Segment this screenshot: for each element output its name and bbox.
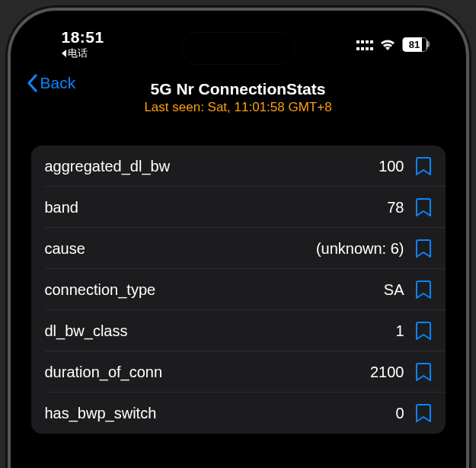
list-item: dl_bw_class 1	[31, 310, 446, 351]
list-item: duration_of_conn 2100	[31, 351, 446, 393]
page-title: 5G Nr ConnectionStats	[151, 80, 326, 98]
wifi-icon	[379, 38, 396, 50]
back-button[interactable]: Back	[27, 74, 76, 92]
stat-label: aggregated_dl_bw	[45, 158, 379, 175]
bookmark-icon[interactable]	[415, 362, 432, 382]
chevron-left-icon	[27, 74, 37, 92]
stat-value: SA	[384, 281, 404, 299]
bookmark-icon[interactable]	[415, 197, 432, 217]
stat-label: connection_type	[45, 281, 384, 299]
clock-time: 18:51	[62, 28, 104, 46]
battery-text: 81	[403, 39, 426, 50]
bookmark-icon[interactable]	[415, 280, 432, 300]
stat-value: 2100	[370, 364, 404, 381]
nav-bar: Back 5G Nr ConnectionStats Last seen: Sa…	[18, 71, 459, 124]
device-frame: 18:51 电话 81	[8, 8, 469, 468]
back-label: Back	[40, 74, 76, 92]
stat-label: dl_bw_class	[45, 322, 396, 340]
status-left: 18:51 电话	[62, 28, 104, 60]
stat-value: (unknown: 6)	[316, 240, 404, 258]
battery-icon: 81	[402, 37, 427, 52]
list-item: band 78	[31, 187, 446, 228]
page-subtitle: Last seen: Sat, 11:01:58 GMT+8	[144, 100, 331, 115]
dynamic-island	[181, 32, 296, 65]
bookmark-icon[interactable]	[415, 321, 432, 341]
list-item: connection_type SA	[31, 269, 446, 310]
stat-label: cause	[45, 240, 316, 258]
stat-label: band	[45, 199, 388, 216]
callback-label: 电话	[68, 46, 88, 60]
stat-label: has_bwp_switch	[45, 405, 396, 422]
cellular-signal-icon	[356, 38, 373, 50]
caret-left-icon	[62, 50, 66, 57]
callback-phone[interactable]: 电话	[62, 46, 88, 60]
list-item: cause (unknown: 6)	[31, 228, 446, 269]
stat-value: 100	[379, 158, 404, 175]
bookmark-icon[interactable]	[415, 156, 432, 176]
stat-value: 1	[395, 322, 404, 340]
screen: 18:51 电话 81	[18, 18, 459, 468]
bookmark-icon[interactable]	[415, 239, 432, 258]
bookmark-icon[interactable]	[415, 403, 432, 423]
list-item: has_bwp_switch 0	[31, 393, 446, 434]
stat-value: 0	[395, 405, 404, 422]
stat-label: duration_of_conn	[45, 364, 371, 381]
status-right: 81	[356, 37, 427, 52]
list-item: aggregated_dl_bw 100	[31, 146, 446, 187]
stat-value: 78	[387, 199, 404, 216]
stats-list: aggregated_dl_bw 100 band 78 cause (unkn…	[31, 146, 446, 434]
